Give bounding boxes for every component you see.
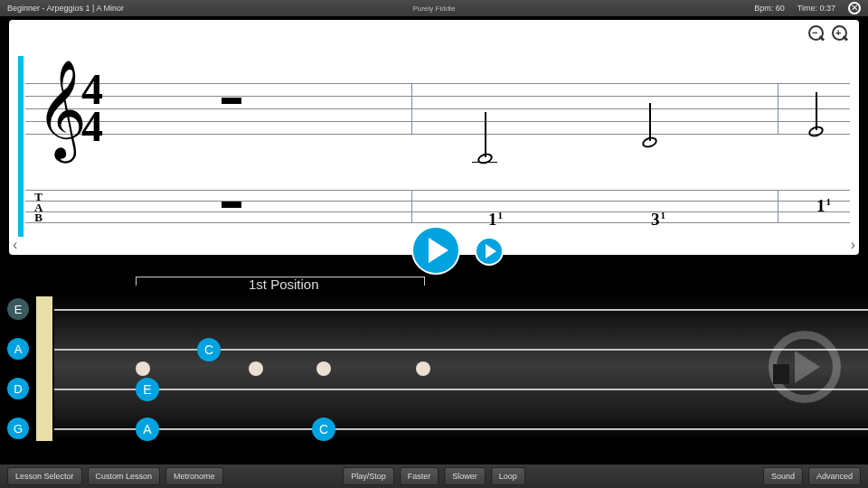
score-panel: − + 𝄞 4 4 T A B: [9, 20, 859, 255]
playhead-indicator: [18, 56, 24, 237]
fret-marker-dot: [249, 361, 263, 376]
bpm-label: Bpm: 60: [754, 4, 785, 13]
repeat-icon[interactable]: [769, 331, 841, 403]
play-half-button[interactable]: [475, 237, 504, 266]
barline: [411, 83, 412, 134]
tab-rest: [222, 202, 241, 208]
string-e: [54, 309, 868, 311]
string-label-e: E: [7, 298, 29, 320]
metronome-button[interactable]: Metronome: [165, 467, 223, 485]
play-button[interactable]: [411, 226, 460, 275]
whole-rest: [222, 98, 241, 104]
close-button[interactable]: ✕: [848, 2, 861, 14]
fret-marker-dot: [316, 361, 331, 376]
play-stop-button[interactable]: Play/Stop: [343, 467, 394, 485]
string-label-a: A: [7, 338, 29, 360]
faster-button[interactable]: Faster: [400, 467, 439, 485]
string-d: [54, 389, 868, 390]
note-marker[interactable]: A: [136, 418, 159, 441]
ledger-line: [472, 162, 497, 163]
string-a: [54, 349, 868, 351]
tab-number: 31: [651, 210, 665, 230]
barline: [778, 190, 778, 222]
barline: [411, 190, 412, 222]
barline: [778, 83, 778, 134]
lesson-title: Beginner - Arpeggios 1 | A Minor: [7, 4, 124, 13]
treble-clef-icon: 𝄞: [36, 67, 87, 153]
sound-button[interactable]: Sound: [763, 467, 803, 485]
prev-page-button[interactable]: ‹: [13, 237, 17, 253]
loop-button[interactable]: Loop: [491, 467, 525, 485]
string-label-g: G: [7, 418, 29, 439]
string-g: [54, 428, 868, 430]
time-label: Time: 0:37: [797, 4, 835, 13]
next-page-button[interactable]: ›: [851, 237, 855, 253]
advanced-button[interactable]: Advanced: [808, 467, 861, 485]
fret-marker-dot: [136, 361, 150, 376]
note-marker[interactable]: C: [197, 338, 221, 361]
time-signature: 4 4: [81, 71, 103, 145]
string-label-d: D: [7, 378, 29, 399]
note-marker[interactable]: E: [136, 378, 159, 401]
zoom-out-button[interactable]: −: [808, 25, 826, 43]
slower-button[interactable]: Slower: [444, 467, 486, 485]
bottom-bar: Lesson Selector Custom Lesson Metronome …: [0, 465, 868, 488]
brand-label: Purely Fiddle: [413, 5, 456, 13]
custom-lesson-button[interactable]: Custom Lesson: [88, 467, 161, 485]
tab-clef-label: T A B: [34, 192, 42, 223]
lesson-selector-button[interactable]: Lesson Selector: [7, 467, 82, 485]
position-label: 1st Position: [249, 277, 319, 292]
fret-marker-dot: [416, 361, 430, 376]
nut: [36, 296, 52, 441]
fretboard-panel: 1st Position C E A C E A D G: [0, 271, 868, 463]
note-marker[interactable]: C: [312, 418, 335, 441]
top-bar: Beginner - Arpeggios 1 | A Minor Purely …: [0, 0, 868, 16]
zoom-in-button[interactable]: +: [832, 25, 850, 43]
tab-number: 11: [816, 196, 831, 216]
tab-number: 11: [488, 210, 503, 230]
fretboard[interactable]: C E A C: [54, 296, 868, 441]
